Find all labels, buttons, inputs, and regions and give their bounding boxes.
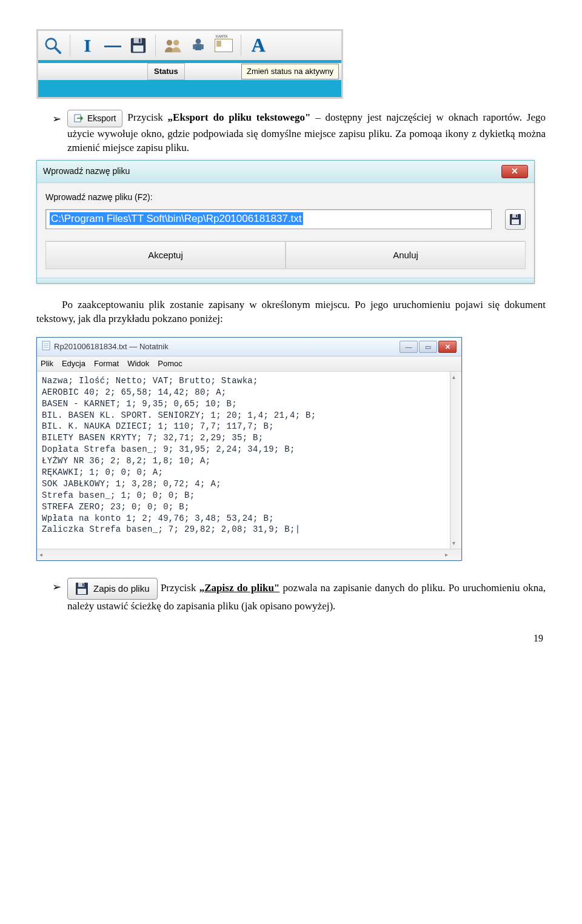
toolbar-row: I — KARTA A (38, 31, 341, 63)
svg-rect-10 (193, 44, 195, 49)
dialog-screenshot: Wprowadź nazwę pliku ✕ Wprowadź nazwę pl… (36, 160, 535, 284)
dialog-accept-button[interactable]: Akceptuj (45, 241, 286, 269)
menu-item[interactable]: Edycja (62, 358, 85, 369)
svg-rect-4 (139, 39, 141, 43)
notepad-content[interactable]: Nazwa; Ilość; Netto; VAT; Brutto; Stawka… (37, 372, 450, 549)
svg-point-8 (196, 39, 201, 44)
bullet-arrow: ➢ (52, 578, 61, 592)
dash-icon[interactable]: — (103, 36, 122, 55)
dialog-floppy-button[interactable] (505, 209, 526, 230)
dialog-path-value: C:\Program Files\TT Soft\bin\Rep\Rp20100… (50, 212, 303, 225)
notepad-screenshot: Rp201006181834.txt — Notatnik — ▭ ✕ Plik… (36, 337, 462, 561)
svg-rect-16 (512, 219, 519, 224)
eksport-icon (74, 113, 84, 123)
para1-bold: „Eksport do pliku tekstowego" (168, 112, 311, 123)
svg-point-6 (167, 40, 172, 45)
eksport-button[interactable]: Eksport (67, 110, 122, 127)
svg-rect-9 (195, 44, 202, 50)
zapis-button-label: Zapis do pliku (93, 583, 150, 595)
info-i-icon[interactable]: I (78, 36, 97, 55)
dialog-cancel-button[interactable]: Anuluj (286, 241, 526, 269)
dialog-bottom-edge (37, 278, 534, 283)
svg-rect-23 (82, 583, 84, 586)
para3-a: Przycisk (161, 582, 199, 594)
tooltip: Zmień status na aktywny (241, 64, 339, 79)
notepad-title: Rp201006181834.txt — Notatnik (54, 341, 169, 352)
svg-point-7 (173, 40, 179, 45)
floppy-icon (509, 213, 521, 226)
bullet-arrow: ➢ (52, 110, 61, 124)
notepad-menu: Plik Edycja Format Widok Pomoc (37, 357, 461, 372)
para3-bold: „Zapisz do pliku" (199, 582, 280, 594)
para1-a: Przycisk (127, 112, 167, 123)
svg-line-1 (55, 48, 60, 53)
close-button[interactable]: ✕ (438, 341, 457, 353)
svg-rect-5 (133, 45, 144, 52)
menu-item[interactable]: Plik (41, 358, 53, 369)
minimize-button[interactable]: — (400, 341, 418, 353)
toolbar-screenshot: I — KARTA A Status Zmień status na aktyw… (36, 29, 343, 99)
floppy-icon[interactable] (129, 36, 148, 55)
person-icon[interactable] (189, 36, 208, 55)
dialog-titlebar: Wprowadź nazwę pliku ✕ (37, 161, 534, 183)
dialog-path-input[interactable]: C:\Program Files\TT Soft\bin\Rep\Rp20100… (45, 209, 492, 229)
page-number: 19 (36, 632, 546, 645)
notepad-doc-icon (42, 341, 50, 353)
status-bar: Status Zmień status na aktywny (38, 63, 341, 80)
eksport-button-label: Eksport (87, 113, 116, 124)
zapis-button[interactable]: Zapis do pliku (67, 578, 158, 600)
floppy-icon (75, 582, 89, 595)
bullet-1: ➢ Eksport Przycisk „Eksport do pliku tek… (52, 110, 546, 155)
maximize-button[interactable]: ▭ (419, 341, 437, 353)
menu-item[interactable]: Widok (127, 358, 149, 369)
cyan-bar (38, 80, 341, 97)
menu-item[interactable]: Pomoc (158, 358, 182, 369)
notepad-titlebar: Rp201006181834.txt — Notatnik — ▭ ✕ (37, 338, 461, 357)
paragraph-2: Po zaakceptowaniu plik zostanie zapisany… (36, 298, 546, 326)
vertical-scrollbar[interactable] (450, 372, 461, 549)
separator (70, 35, 70, 56)
separator (155, 35, 156, 56)
svg-rect-11 (201, 44, 204, 49)
dialog-field-label: Wprowadź nazwę pliku (F2): (45, 192, 526, 203)
horizontal-scrollbar[interactable] (37, 549, 461, 560)
bullet-2: ➢ Zapis do pliku Przycisk „Zapisz do pli… (52, 578, 546, 614)
dialog-close-button[interactable]: ✕ (501, 165, 528, 178)
separator (241, 35, 241, 56)
dialog-title: Wprowadź nazwę pliku (43, 166, 130, 177)
letter-a-icon[interactable]: A (249, 36, 268, 55)
status-label[interactable]: Status (147, 63, 185, 80)
magnifier-icon[interactable] (43, 36, 62, 55)
people-icon[interactable] (163, 36, 182, 55)
svg-rect-24 (78, 589, 86, 594)
menu-item[interactable]: Format (94, 358, 119, 369)
card-label: KARTA (215, 34, 228, 39)
card-icon[interactable]: KARTA (214, 36, 233, 55)
svg-rect-15 (516, 215, 517, 217)
